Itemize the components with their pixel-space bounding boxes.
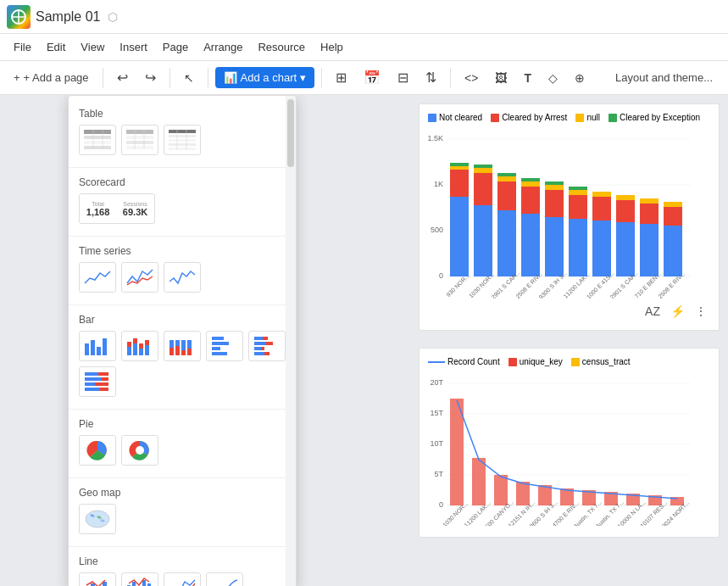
menu-edit[interactable]: Edit (40, 37, 72, 57)
menu-arrange[interactable]: Arrange (197, 37, 249, 57)
line-option-2[interactable] (121, 572, 158, 586)
timeseries-options (79, 262, 286, 293)
page-preview: Not cleared Cleared by Arrest null Clear… (419, 103, 720, 555)
svg-rect-162 (545, 217, 564, 276)
svg-rect-16 (169, 135, 196, 137)
svg-text:0: 0 (439, 271, 443, 280)
divider-4 (69, 409, 296, 410)
table-option-2[interactable] (121, 125, 158, 155)
svg-rect-19 (169, 148, 196, 150)
scorecard-section-title: Scorecard (79, 176, 286, 188)
menu-file[interactable]: File (7, 37, 38, 57)
chart-2-legend: Record Count unique_key census_tract (428, 357, 710, 366)
add-chart-button[interactable]: 📊 Add a chart ▾ (215, 67, 315, 88)
chart-1-more-btn[interactable]: ⋮ (692, 303, 710, 320)
scorecard-section: Scorecard Total 1,168 Sessions 69.3K (69, 171, 296, 232)
table-section: Table (69, 103, 296, 164)
undo-button[interactable]: ↩ (110, 66, 135, 89)
legend-record-count: Record Count (428, 357, 500, 366)
legend-not-cleared: Not cleared (428, 113, 482, 122)
top-bar: Sample 01 ⬡ (0, 0, 728, 34)
svg-rect-49 (212, 352, 227, 355)
svg-text:1K: 1K (434, 180, 443, 188)
svg-rect-36 (169, 348, 174, 355)
chart-1-toolbar: AZ ⚡ ⋮ (428, 301, 710, 321)
svg-text:0: 0 (439, 500, 443, 509)
pie-option-2[interactable] (121, 435, 158, 466)
table-option-1[interactable] (79, 125, 116, 155)
dropdown-scroll[interactable]: Table S (69, 96, 296, 586)
timeseries-option-1[interactable] (79, 262, 116, 293)
geo-section: Geo map (69, 482, 296, 543)
timeseries-option-2[interactable] (121, 262, 158, 293)
bar-option-3[interactable] (164, 331, 201, 361)
menu-view[interactable]: View (74, 37, 111, 57)
bar-option-1[interactable] (79, 331, 116, 361)
svg-rect-180 (664, 207, 682, 226)
svg-rect-59 (85, 372, 98, 376)
legend-label-null: null (586, 113, 600, 122)
line-option-1[interactable] (79, 572, 116, 586)
dropdown-scroll-thumb[interactable] (287, 99, 294, 167)
bar-option-2[interactable] (121, 331, 158, 361)
pointer-button[interactable]: ↖ (177, 68, 201, 88)
svg-rect-4 (84, 136, 111, 139)
chart-1-lightning-btn[interactable]: ⚡ (667, 303, 688, 320)
layout-theme-button[interactable]: Layout and theme... (607, 67, 721, 88)
legend-cleared-arrest: Cleared by Arrest (491, 113, 567, 122)
svg-rect-46 (212, 337, 224, 340)
svg-rect-9 (126, 130, 153, 134)
svg-rect-149 (450, 163, 469, 166)
pie-option-1[interactable] (79, 435, 116, 466)
timeseries-option-3[interactable] (164, 262, 201, 293)
bar-section-title: Bar (79, 314, 286, 326)
text-button[interactable]: T (517, 68, 538, 88)
svg-rect-44 (187, 340, 192, 349)
separator-2 (169, 68, 170, 88)
menu-resource[interactable]: Resource (251, 37, 312, 57)
logo-icon (10, 8, 27, 25)
filter-button[interactable]: ⊟ (391, 66, 415, 89)
bar-options (79, 331, 286, 397)
grid-button[interactable]: ⊞ (329, 66, 353, 89)
image-button[interactable]: 🖼 (488, 68, 514, 88)
dropdown-scrollbar[interactable] (286, 96, 296, 586)
menu-help[interactable]: Help (314, 37, 350, 57)
divider-1 (69, 167, 296, 168)
svg-rect-175 (616, 195, 635, 200)
table-option-3[interactable] (164, 125, 201, 155)
svg-text:15T: 15T (430, 409, 443, 417)
divider-6 (69, 546, 296, 547)
geo-option-1[interactable] (79, 504, 116, 534)
line-option-4[interactable] (206, 572, 243, 586)
line-option-3[interactable] (164, 572, 201, 586)
sort-button[interactable]: ⇅ (419, 66, 443, 89)
bar-option-6[interactable] (79, 366, 116, 397)
more-shapes-button[interactable]: ⊕ (568, 68, 592, 88)
menu-bar: File Edit View Insert Page Arrange Resou… (0, 34, 728, 61)
redo-button[interactable]: ↪ (138, 66, 163, 89)
redo-icon: ↪ (145, 70, 156, 86)
svg-rect-170 (592, 220, 611, 276)
svg-point-68 (136, 446, 144, 455)
svg-rect-165 (545, 181, 564, 185)
separator-3 (208, 68, 208, 88)
svg-rect-42 (181, 350, 186, 355)
menu-insert[interactable]: Insert (113, 37, 154, 57)
code-button[interactable]: <> (458, 68, 485, 88)
calendar-button[interactable]: 📅 (357, 66, 387, 89)
bar-option-4[interactable] (206, 331, 243, 361)
chart-1-az-btn[interactable]: AZ (642, 303, 664, 320)
menu-page[interactable]: Page (156, 37, 195, 57)
scorecard-option-1[interactable]: Total 1,168 Sessions 69.3K (79, 193, 155, 224)
bar-option-5[interactable] (248, 331, 286, 361)
svg-rect-45 (187, 349, 192, 355)
svg-rect-156 (497, 176, 516, 181)
line-section-title: Line (79, 555, 286, 567)
add-page-button[interactable]: + + Add a page (7, 68, 96, 87)
svg-rect-167 (569, 195, 587, 219)
svg-rect-50 (254, 337, 263, 340)
timeseries-section: Time series (69, 240, 296, 301)
svg-rect-61 (85, 377, 102, 381)
shape-button[interactable]: ◇ (542, 68, 564, 88)
